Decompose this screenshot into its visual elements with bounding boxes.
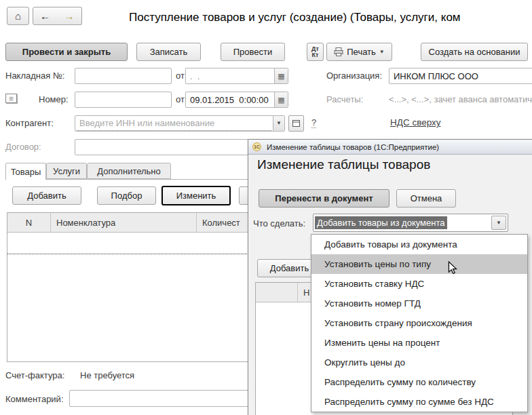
print-button[interactable]: Печать ▼ [326, 43, 392, 61]
action-selected-value: Добавить товары из документа [315, 216, 447, 229]
credit-label: Кт [312, 52, 319, 58]
screen: ⌂ ← → Поступление товаров и услуг (созда… [0, 0, 532, 415]
organization-field[interactable] [389, 68, 532, 84]
contract-input[interactable] [75, 140, 249, 155]
contractor-label: Контрагент: [5, 118, 54, 128]
home-button[interactable]: ⌂ [7, 7, 29, 25]
edit-items-button[interactable]: Изменить [162, 186, 231, 205]
print-menu-arrow-icon: ▼ [379, 50, 385, 55]
contractor-input[interactable] [77, 116, 271, 131]
pick-items-button[interactable]: Подбор [97, 186, 156, 205]
waybill-number-label: Накладная №: [5, 71, 64, 81]
number-label: Номер: [39, 94, 69, 104]
back-button[interactable]: ← [33, 7, 58, 25]
number-field[interactable] [75, 92, 172, 108]
calendar-icon: ▦ [278, 96, 284, 104]
number-input[interactable] [75, 92, 171, 107]
organization-input[interactable] [390, 68, 532, 83]
dropdown-item-round-prices[interactable]: Округлить цены до [311, 353, 527, 372]
doc-calendar-button[interactable]: ▦ [274, 92, 288, 107]
dropdown-item-change-prices-percent[interactable]: Изменить цены на процент [311, 333, 527, 353]
dialog-column-header-empty[interactable] [256, 283, 298, 302]
help-link[interactable]: ? [311, 117, 316, 128]
contractor-dropdown-button[interactable]: ▼ [273, 116, 284, 131]
transfer-to-document-button[interactable]: Перенести в документ [259, 189, 390, 208]
dialog-titlebar[interactable]: 1С Изменение таблицы товаров (1С:Предпри… [248, 140, 532, 155]
cancel-button[interactable]: Отмена [396, 189, 456, 208]
waybill-date-field[interactable]: ▦ [185, 68, 288, 84]
vat-mode-link[interactable]: НДС сверху [390, 117, 441, 127]
debit-credit-button[interactable]: Дт Кт [307, 43, 324, 61]
add-item-button[interactable]: Добавить [12, 186, 81, 205]
print-label: Печать [347, 47, 376, 57]
comment-label: Комментарий: [5, 394, 64, 404]
organization-label: Организация: [326, 71, 382, 81]
settlements-label: Расчеты: [326, 94, 363, 104]
waybill-number-input[interactable] [75, 68, 171, 83]
comment-input[interactable] [70, 391, 248, 406]
create-based-on-button[interactable]: Создать на основании [421, 43, 528, 61]
doc-lines-glyph: ≡ [9, 95, 13, 102]
settlements-value: <...>, <...>, зачет аванса автоматич [389, 94, 532, 104]
forward-button[interactable]: → [57, 7, 82, 25]
calendar-icon: ▦ [278, 72, 284, 81]
dropdown-item-set-prices-by-type[interactable]: Установить цены по типу [311, 254, 527, 274]
tab-services[interactable]: Услуги [46, 163, 87, 179]
column-header-quantity[interactable]: Количест [197, 213, 248, 232]
dialog-heading: Изменение таблицы товаров [257, 157, 430, 172]
items-table-header: N Номенклатура Количест [7, 213, 248, 233]
action-dropdown-list: Добавить товары из документа Установить … [311, 234, 528, 412]
printer-icon [334, 47, 343, 56]
column-header-nomenclature[interactable]: Номенклатура [51, 213, 197, 232]
column-header-n[interactable]: N [7, 213, 51, 232]
tab-goods[interactable]: Товары [5, 163, 46, 180]
save-button[interactable]: Записать [136, 43, 201, 61]
dropdown-item-distribute-by-quantity[interactable]: Распределить сумму по количеству [311, 372, 527, 392]
dropdown-item-set-origin-country[interactable]: Установить страну происхождения [311, 313, 527, 333]
dropdown-item-distribute-by-sum[interactable]: Распределить сумму по сумме без НДС [311, 392, 527, 412]
waybill-calendar-button[interactable]: ▦ [274, 68, 288, 83]
dropdown-item-set-vat-rate[interactable]: Установить ставку НДС [311, 274, 527, 294]
tab-additional[interactable]: Дополнительно [87, 163, 171, 179]
post-and-close-button[interactable]: Провести и закрыть [5, 43, 128, 61]
invoice-label: Счет-фактура: [5, 370, 64, 380]
action-combobox[interactable]: Добавить товары из документа ▼ [313, 214, 508, 232]
1c-logo-icon: 1С [252, 142, 261, 151]
mouse-cursor-icon [448, 261, 457, 275]
dialog-title: Изменение таблицы товаров (1С:Предприяти… [267, 143, 439, 151]
waybill-number-field[interactable] [75, 68, 172, 84]
forward-icon: → [64, 10, 75, 22]
post-button[interactable]: Провести [221, 43, 285, 61]
contract-label: Договор: [5, 142, 41, 152]
chevron-down-icon: ▼ [276, 121, 282, 126]
document-icon: ≡ [5, 94, 17, 103]
back-icon: ← [40, 10, 50, 22]
invoice-status: Не требуется [80, 370, 134, 380]
comment-field[interactable] [69, 390, 248, 407]
dropdown-item-add-goods[interactable]: Добавить товары из документа [311, 235, 527, 254]
action-label: Что сделать: [253, 218, 305, 229]
contractor-field[interactable]: ▼ [75, 115, 285, 132]
page-title: Поступление товаров и услуг (создание) (… [129, 11, 532, 24]
action-dropdown-button[interactable]: ▼ [491, 216, 506, 230]
doc-date-field[interactable]: ▦ [185, 92, 288, 108]
table-focus-row [7, 254, 247, 254]
chevron-down-icon: ▼ [496, 220, 501, 226]
dropdown-item-set-gtd-number[interactable]: Установить номер ГТД [311, 294, 527, 313]
contract-field[interactable] [75, 139, 250, 155]
contractor-open-button[interactable] [288, 115, 304, 132]
items-table: N Номенклатура Количест [7, 212, 248, 362]
doc-date-input[interactable] [186, 92, 274, 107]
open-window-icon [292, 120, 300, 127]
home-icon: ⌂ [15, 10, 21, 22]
waybill-date-input[interactable] [186, 68, 274, 83]
